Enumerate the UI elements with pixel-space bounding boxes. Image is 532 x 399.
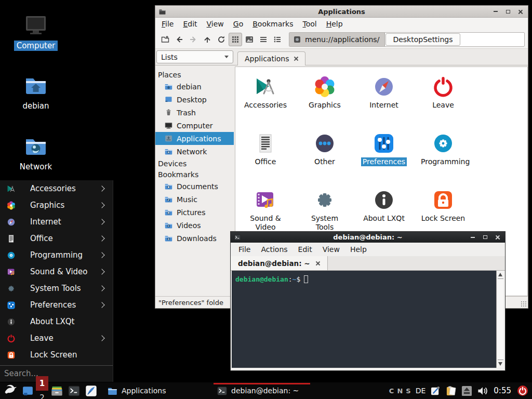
terminal-menu-actions[interactable]: Actions [256,244,292,255]
app-item-programming[interactable]: Programming [414,126,473,183]
show-desktop-button[interactable] [22,385,34,397]
desktop-icon-computer[interactable]: Computer [11,12,61,51]
sidebar-item-music[interactable]: Music [155,193,234,206]
app-item-accessories[interactable]: Accessories [236,70,295,126]
desktop-icon-network[interactable]: Network [11,134,61,172]
path-crumb-applications[interactable]: menu://applications/ [289,33,385,46]
terminal-scrollbar[interactable] [496,271,504,368]
workspace-1[interactable]: 1 [36,376,48,391]
power-button[interactable] [517,385,528,396]
sidebar-mode-value: Lists [161,53,178,61]
workspace-2[interactable]: 2 [36,391,48,399]
menu-item-preferences[interactable]: Preferences [0,297,113,313]
tab-applications[interactable]: Applications [237,51,305,65]
desktop-icon-debian[interactable]: debian [11,73,61,111]
app-item-preferences[interactable]: Preferences [354,126,414,183]
tab-close-icon[interactable] [294,57,298,61]
up-button[interactable] [201,33,214,46]
keyboard-layout[interactable]: DE [416,387,426,395]
sidebar-mode-select[interactable]: Lists [156,50,233,63]
chevron-right-icon [99,219,104,224]
fm-menu-view[interactable]: View [203,19,228,29]
fm-menu-help[interactable]: Help [322,19,347,29]
close-button[interactable] [516,8,525,16]
keyboard-indicator[interactable]: CNS [389,387,411,395]
search-input[interactable] [4,369,109,378]
scroll-up-icon[interactable] [498,273,502,276]
menu-item-system-tools[interactable]: System Tools [0,280,113,297]
sidebar-item-debian[interactable]: debian [155,80,234,93]
menu-item-graphics[interactable]: Graphics [0,197,113,214]
new-tab-button[interactable] [158,33,172,46]
maximize-button[interactable] [481,233,489,241]
icon-view-button[interactable] [229,33,242,46]
taskbar-task-applications[interactable]: Applications [104,382,214,399]
fm-menu-tool[interactable]: Tool [298,19,321,29]
sidebar-item-applications[interactable]: Applications [155,132,234,145]
sidebar-item-downloads[interactable]: Downloads [155,232,234,245]
sidebar-item-network[interactable]: Network [155,145,234,158]
detailed-view-button[interactable] [271,33,284,46]
menu-item-lock-screen[interactable]: Lock Screen [0,347,113,363]
tray-icon-eject[interactable] [461,385,472,396]
sidebar-item-desktop[interactable]: Desktop [155,93,234,106]
tray-icon-screenshot[interactable] [430,385,441,396]
app-item-leave[interactable]: Leave [414,70,473,126]
menu-item-leave[interactable]: Leave [0,330,113,347]
minimize-button[interactable] [468,233,477,241]
terminal-window-title: debian@debian: ~ [231,233,505,241]
terminal-screen[interactable]: debian@debian:~$ [232,271,496,368]
tray-icon-volume[interactable] [477,385,488,396]
menu-item-programming[interactable]: Programming [0,247,113,263]
maximize-button[interactable] [503,8,512,16]
forward-button[interactable] [187,33,200,46]
scrollbar-handle[interactable] [498,278,503,360]
launcher-text-editor[interactable] [85,384,98,397]
fm-menu-go[interactable]: Go [229,19,247,29]
fm-menu-edit[interactable]: Edit [179,19,201,29]
clock[interactable]: 0:55 [494,386,511,395]
close-button[interactable] [493,233,502,241]
app-item-office[interactable]: Office [236,126,295,183]
fm-sidebar: PlacesdebianDesktopTrashComputerApplicat… [155,66,234,296]
menu-item-internet[interactable]: Internet [0,214,113,230]
app-item-internet[interactable]: Internet [354,70,414,126]
trash-icon [164,108,173,117]
menu-item-accessories[interactable]: Accessories [0,180,113,197]
app-item-graphics[interactable]: Graphics [295,70,354,126]
terminal-menu-edit[interactable]: Edit [294,244,317,255]
sidebar-item-documents[interactable]: Documents [155,180,234,193]
tab-close-icon[interactable] [316,261,320,265]
sidebar-item-trash[interactable]: Trash [155,106,234,119]
menu-item-sound-video[interactable]: Sound & Video [0,263,113,280]
sidebar-item-computer[interactable]: Computer [155,119,234,132]
sidebar-item-pictures[interactable]: Pictures [155,206,234,219]
path-crumb-desktopsettings[interactable]: DesktopSettings [385,33,460,46]
taskbar-task-debian-debian[interactable]: debian@debian: ~ [214,382,310,399]
scroll-down-icon[interactable] [498,362,502,366]
app-item-other[interactable]: Other [295,126,354,183]
terminal-menu-view[interactable]: View [318,244,344,255]
terminal-tab[interactable]: debian@debian: ~ [231,256,328,270]
sidebar-item-videos[interactable]: Videos [155,219,234,232]
launcher-file-manager[interactable] [50,384,63,397]
fm-menu-file[interactable]: File [157,19,178,29]
task-label: debian@debian: ~ [231,387,299,395]
terminal-menu-help[interactable]: Help [345,244,371,255]
back-button[interactable] [172,33,186,46]
tray-icon-clipboard[interactable] [446,385,457,396]
launcher-terminal[interactable] [68,384,81,397]
other-icon [312,131,337,156]
minimize-button[interactable] [491,8,500,16]
reload-button[interactable] [215,33,228,46]
thumbnail-view-button[interactable] [243,33,256,46]
compact-view-button[interactable] [257,33,270,46]
resize-grip[interactable] [521,301,527,307]
menu-item-about-lxqt[interactable]: About LXQt [0,313,113,330]
start-menu-button[interactable] [4,384,17,397]
fm-menu-bookmarks[interactable]: Bookmarks [248,19,297,29]
preferences-icon [6,300,16,310]
terminal-menu-file[interactable]: File [234,244,255,255]
chevron-right-icon [99,269,104,274]
menu-item-office[interactable]: Office [0,230,113,247]
